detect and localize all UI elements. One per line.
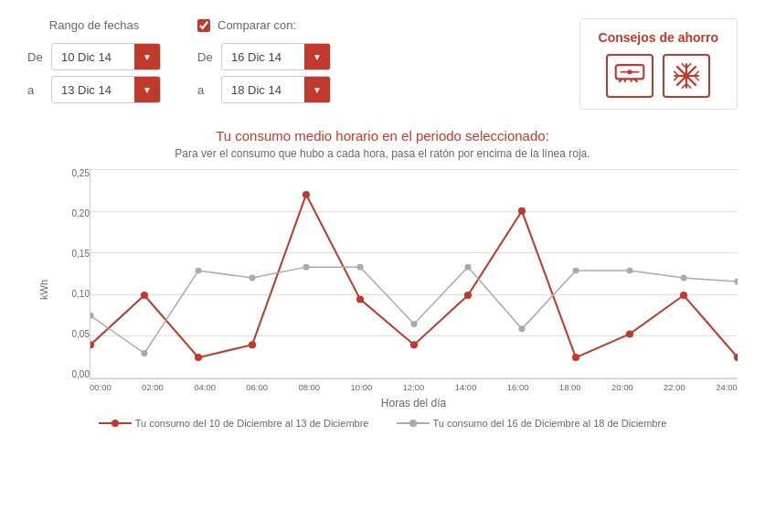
- svg-point-44: [680, 275, 686, 282]
- svg-point-38: [356, 264, 363, 271]
- x-label-3: 06:00: [246, 382, 268, 392]
- x-label-7: 14:00: [455, 382, 477, 392]
- consejos-box: Consejos de ahorro: [579, 18, 738, 110]
- compare-label: Comparar con:: [218, 18, 296, 32]
- date-to-1-value: 13 Dic 14: [52, 83, 134, 97]
- svg-point-30: [626, 330, 633, 337]
- svg-point-35: [195, 268, 201, 274]
- y-label-5: 0,25: [60, 169, 90, 178]
- x-label-12: 24:00: [716, 382, 738, 392]
- from-label-2: De: [197, 50, 214, 64]
- svg-point-47: [112, 420, 119, 427]
- chart-title: Tu consumo medio horario en el periodo s…: [27, 128, 738, 144]
- svg-point-39: [410, 321, 417, 327]
- date-range-title: Rango de fechas: [27, 18, 161, 32]
- svg-point-25: [356, 295, 364, 303]
- y-label-0: 0,00: [60, 370, 90, 379]
- date-from-1-dropdown[interactable]: ▼: [134, 43, 160, 70]
- date-from-1-value: 10 Dic 14: [52, 50, 134, 64]
- date-to-1[interactable]: 13 Dic 14 ▼: [51, 76, 161, 103]
- date-from-2-value: 16 Dic 14: [222, 50, 304, 64]
- x-axis-title: Horas del día: [381, 397, 446, 410]
- svg-point-24: [303, 191, 310, 198]
- x-label-1: 02:00: [142, 382, 164, 392]
- svg-point-34: [141, 350, 147, 356]
- svg-point-22: [195, 354, 202, 361]
- svg-point-40: [464, 264, 471, 271]
- date-to-2[interactable]: 18 Dic 14 ▼: [221, 76, 331, 103]
- date-to-2-value: 18 Dic 14: [222, 83, 304, 97]
- x-label-0: 00:00: [90, 382, 112, 392]
- consejos-title: Consejos de ahorro: [599, 30, 718, 45]
- date-from-2-dropdown[interactable]: ▼: [304, 43, 330, 70]
- x-label-4: 08:00: [298, 382, 320, 392]
- x-label-11: 22:00: [664, 382, 685, 392]
- svg-point-6: [628, 69, 632, 74]
- svg-point-49: [409, 420, 417, 427]
- svg-point-26: [410, 341, 418, 348]
- x-label-9: 18:00: [559, 382, 581, 392]
- svg-point-45: [734, 279, 738, 285]
- legend-red-label: Tu consumo del 10 de Diciembre al 13 de …: [135, 418, 369, 429]
- consejos-ac-button[interactable]: [606, 54, 653, 98]
- x-label-6: 12:00: [403, 382, 425, 392]
- legend-gray-item: Tu consumo del 16 de Diciembre al 18 de …: [397, 418, 667, 429]
- date-from-2[interactable]: 16 Dic 14 ▼: [221, 43, 331, 70]
- x-label-5: 10:00: [350, 382, 372, 392]
- y-label-4: 0,20: [60, 209, 90, 218]
- legend-gray-label: Tu consumo del 16 de Diciembre al 18 de …: [433, 418, 667, 429]
- svg-point-27: [464, 292, 472, 299]
- svg-point-36: [249, 275, 255, 282]
- svg-point-23: [249, 341, 256, 348]
- x-label-8: 16:00: [507, 382, 529, 392]
- date-to-2-dropdown[interactable]: ▼: [304, 76, 330, 103]
- to-label-2: a: [197, 83, 214, 97]
- y-label-3: 0,15: [60, 250, 90, 259]
- compare-checkbox[interactable]: [197, 19, 210, 32]
- y-label-2: 0,10: [60, 290, 90, 299]
- chart-section: Tu consumo medio horario en el periodo s…: [27, 128, 738, 429]
- chart-legend: Tu consumo del 10 de Diciembre al 13 de …: [27, 418, 738, 429]
- svg-point-19: [684, 73, 689, 79]
- date-from-1[interactable]: 10 Dic 14 ▼: [51, 43, 161, 70]
- svg-point-42: [572, 268, 579, 274]
- consejos-snow-button[interactable]: [663, 54, 710, 98]
- chart-subtitle: Para ver el consumo que hubo a cada hora…: [27, 147, 738, 160]
- svg-point-28: [518, 207, 526, 215]
- svg-point-29: [572, 354, 579, 361]
- x-label-2: 04:00: [194, 382, 216, 392]
- x-label-10: 20:00: [611, 382, 633, 392]
- y-axis-title: kWh: [38, 280, 49, 300]
- svg-point-43: [626, 268, 632, 274]
- to-label-1: a: [27, 83, 44, 97]
- svg-point-21: [141, 292, 148, 299]
- legend-red-item: Tu consumo del 10 de Diciembre al 13 de …: [99, 418, 369, 429]
- svg-point-31: [680, 292, 687, 299]
- y-label-1: 0,05: [60, 330, 90, 339]
- from-label-1: De: [27, 50, 44, 64]
- date-to-1-dropdown[interactable]: ▼: [134, 76, 160, 103]
- svg-point-41: [518, 325, 525, 332]
- svg-point-37: [303, 264, 309, 271]
